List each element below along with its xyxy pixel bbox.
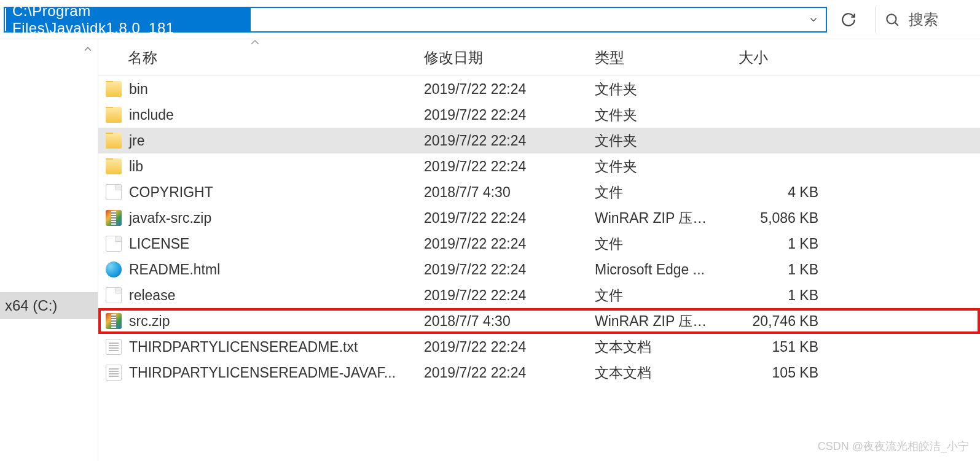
file-date: 2018/7/7 4:30 [412,184,582,201]
file-name-cell: bin [98,81,412,98]
chevron-down-icon [808,14,819,25]
file-list: bin2019/7/22 22:24文件夹include2019/7/22 22… [98,76,980,385]
file-name: javafx-src.zip [129,210,211,227]
file-name: bin [129,81,148,98]
file-size: 151 KB [726,339,831,355]
column-header-size[interactable]: 大小 [726,39,831,76]
folder-icon [106,81,122,97]
file-type: 文件夹 [582,131,726,150]
search-box[interactable]: 搜索 [875,7,976,33]
file-row[interactable]: javafx-src.zip2019/7/22 22:24WinRAR ZIP … [98,205,980,231]
file-type: 文件夹 [582,80,726,99]
file-name: src.zip [129,313,170,330]
folder-icon [106,107,122,123]
address-dropdown-button[interactable] [801,8,826,31]
file-row[interactable]: bin2019/7/22 22:24文件夹 [98,76,980,102]
file-row[interactable]: THIRDPARTYLICENSEREADME.txt2019/7/22 22:… [98,334,980,360]
file-name-cell: javafx-src.zip [98,210,412,227]
file-size: 4 KB [726,184,831,201]
file-name-cell: LICENSE [98,236,412,252]
file-name: jre [129,133,145,149]
file-row[interactable]: LICENSE2019/7/22 22:24文件1 KB [98,231,980,257]
file-type: 文件 [582,286,726,305]
svg-point-0 [887,14,896,23]
main-area: x64 (C:) 名称 修改日期 类型 大小 bin2019/7/22 22:2… [0,39,980,461]
file-row[interactable]: THIRDPARTYLICENSEREADME-JAVAF...2019/7/2… [98,360,980,385]
scroll-up-icon[interactable] [82,43,94,55]
file-type: 文本文档 [582,363,726,382]
file-name-cell: jre [98,133,412,149]
file-name-cell: include [98,107,412,123]
file-name: README.html [129,261,220,278]
file-date: 2019/7/22 22:24 [412,81,582,98]
file-name-cell: src.zip [98,313,412,330]
folder-icon [106,133,122,149]
file-date: 2019/7/22 22:24 [412,365,582,381]
file-size: 5,086 KB [726,210,831,227]
file-row[interactable]: src.zip2018/7/7 4:30WinRAR ZIP 压缩...20,7… [98,308,980,334]
file-date: 2018/7/7 4:30 [412,313,582,330]
nav-panel[interactable]: x64 (C:) [0,39,98,461]
file-size: 20,746 KB [726,313,831,330]
column-header-name[interactable]: 名称 [98,39,412,76]
file-date: 2019/7/22 22:24 [412,133,582,149]
file-size: 1 KB [726,236,831,252]
file-row[interactable]: include2019/7/22 22:24文件夹 [98,102,980,128]
file-type: 文本文档 [582,338,726,357]
svg-line-1 [895,22,898,25]
file-date: 2019/7/22 22:24 [412,158,582,175]
file-name-cell: THIRDPARTYLICENSEREADME.txt [98,339,412,355]
file-date: 2019/7/22 22:24 [412,287,582,304]
file-row[interactable]: jre2019/7/22 22:24文件夹 [98,128,980,153]
file-icon [106,184,122,200]
addressbar-row: C:\Program Files\Java\jdk1.8.0_181 搜索 [0,0,980,39]
file-name-cell: lib [98,158,412,175]
file-type: WinRAR ZIP 压缩... [582,209,726,228]
address-box[interactable]: C:\Program Files\Java\jdk1.8.0_181 [4,7,827,33]
file-name-cell: release [98,287,412,304]
edge-icon [106,261,122,277]
file-row[interactable]: release2019/7/22 22:24文件1 KB [98,282,980,308]
folder-icon [106,158,122,174]
file-name: THIRDPARTYLICENSEREADME-JAVAF... [129,365,396,381]
file-date: 2019/7/22 22:24 [412,339,582,355]
search-placeholder: 搜索 [909,10,938,29]
search-icon [884,12,900,28]
address-path[interactable]: C:\Program Files\Java\jdk1.8.0_181 [6,8,251,31]
file-name-cell: COPYRIGHT [98,184,412,201]
file-type: 文件 [582,183,726,202]
file-name: lib [129,158,143,175]
file-type: 文件夹 [582,157,726,176]
refresh-icon [841,12,857,28]
nav-drive-c[interactable]: x64 (C:) [0,292,98,319]
file-name: include [129,107,174,123]
refresh-button[interactable] [833,7,864,33]
file-icon [106,287,122,303]
file-size: 1 KB [726,287,831,304]
file-size: 1 KB [726,261,831,278]
file-type: Microsoft Edge ... [582,261,726,278]
file-name: release [129,287,175,304]
zip-icon [106,210,122,226]
content-area: 名称 修改日期 类型 大小 bin2019/7/22 22:24文件夹inclu… [98,39,980,461]
column-headers: 名称 修改日期 类型 大小 [98,39,980,76]
file-name: THIRDPARTYLICENSEREADME.txt [129,339,358,355]
file-type: 文件夹 [582,106,726,125]
sort-ascending-icon [249,39,261,47]
file-icon [106,236,122,252]
file-name: COPYRIGHT [129,184,213,201]
file-row[interactable]: COPYRIGHT2018/7/7 4:30文件4 KB [98,179,980,205]
column-header-type[interactable]: 类型 [582,39,726,76]
file-date: 2019/7/22 22:24 [412,107,582,123]
file-type: WinRAR ZIP 压缩... [582,312,726,331]
file-name-cell: README.html [98,261,412,278]
column-header-date[interactable]: 修改日期 [412,39,582,76]
file-size: 105 KB [726,365,831,381]
file-date: 2019/7/22 22:24 [412,261,582,278]
file-name-cell: THIRDPARTYLICENSEREADME-JAVAF... [98,365,412,381]
watermark: CSDN @夜夜流光相皎洁_小宁 [818,439,969,454]
file-row[interactable]: README.html2019/7/22 22:24Microsoft Edge… [98,257,980,282]
file-type: 文件 [582,234,726,254]
file-row[interactable]: lib2019/7/22 22:24文件夹 [98,153,980,179]
file-name: LICENSE [129,236,189,252]
